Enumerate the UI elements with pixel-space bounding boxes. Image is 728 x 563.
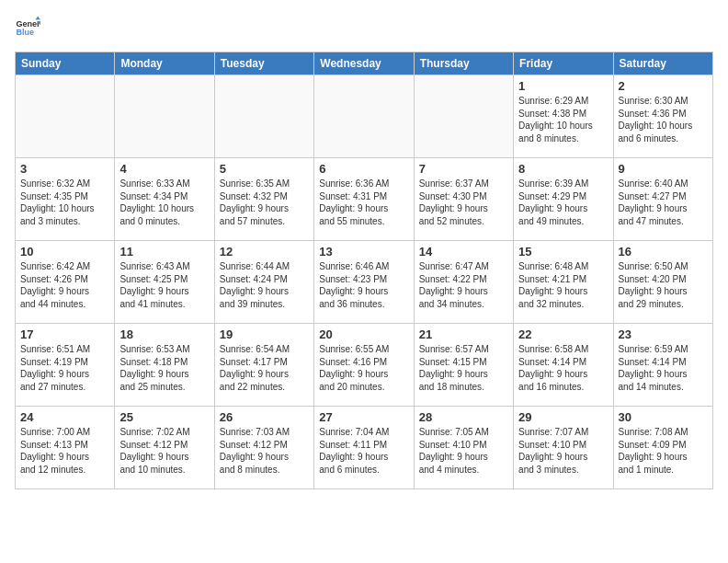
calendar-cell: 1Sunrise: 6:29 AM Sunset: 4:38 PM Daylig… (514, 75, 613, 158)
calendar-cell: 24Sunrise: 7:00 AM Sunset: 4:13 PM Dayli… (16, 407, 115, 489)
day-number: 25 (119, 410, 209, 424)
calendar-cell: 21Sunrise: 6:57 AM Sunset: 4:15 PM Dayli… (414, 324, 513, 407)
day-number: 3 (20, 162, 109, 176)
col-header-monday: Monday (115, 52, 214, 75)
day-info: Sunrise: 6:32 AM Sunset: 4:35 PM Dayligh… (20, 178, 109, 227)
calendar-cell: 28Sunrise: 7:05 AM Sunset: 4:10 PM Dayli… (414, 407, 513, 489)
calendar-cell: 8Sunrise: 6:39 AM Sunset: 4:29 PM Daylig… (514, 158, 613, 241)
calendar-cell: 15Sunrise: 6:48 AM Sunset: 4:21 PM Dayli… (514, 241, 613, 324)
day-number: 29 (518, 410, 608, 424)
calendar-cell: 29Sunrise: 7:07 AM Sunset: 4:10 PM Dayli… (514, 407, 613, 489)
calendar-cell: 19Sunrise: 6:54 AM Sunset: 4:17 PM Dayli… (214, 324, 313, 407)
day-number: 8 (518, 162, 608, 176)
day-info: Sunrise: 6:40 AM Sunset: 4:27 PM Dayligh… (619, 178, 708, 227)
day-info: Sunrise: 6:43 AM Sunset: 4:25 PM Dayligh… (119, 260, 209, 310)
day-number: 23 (619, 327, 708, 341)
logo: General Blue (15, 15, 44, 40)
day-info: Sunrise: 7:05 AM Sunset: 4:10 PM Dayligh… (419, 426, 508, 476)
calendar-cell (414, 75, 513, 158)
day-info: Sunrise: 7:07 AM Sunset: 4:10 PM Dayligh… (518, 426, 608, 476)
day-info: Sunrise: 6:37 AM Sunset: 4:30 PM Dayligh… (419, 178, 508, 227)
day-info: Sunrise: 6:50 AM Sunset: 4:20 PM Dayligh… (619, 260, 708, 310)
calendar-cell: 30Sunrise: 7:08 AM Sunset: 4:09 PM Dayli… (613, 407, 712, 489)
calendar-cell: 22Sunrise: 6:58 AM Sunset: 4:14 PM Dayli… (514, 324, 613, 407)
calendar-cell: 2Sunrise: 6:30 AM Sunset: 4:36 PM Daylig… (613, 75, 712, 158)
day-info: Sunrise: 6:58 AM Sunset: 4:14 PM Dayligh… (518, 343, 608, 393)
calendar-cell: 4Sunrise: 6:33 AM Sunset: 4:34 PM Daylig… (115, 158, 214, 241)
calendar-cell: 12Sunrise: 6:44 AM Sunset: 4:24 PM Dayli… (214, 241, 313, 324)
calendar-cell: 26Sunrise: 7:03 AM Sunset: 4:12 PM Dayli… (214, 407, 313, 489)
calendar-cell: 14Sunrise: 6:47 AM Sunset: 4:22 PM Dayli… (414, 241, 513, 324)
calendar-cell: 13Sunrise: 6:46 AM Sunset: 4:23 PM Dayli… (314, 241, 414, 324)
day-info: Sunrise: 6:29 AM Sunset: 4:38 PM Dayligh… (518, 95, 608, 144)
col-header-saturday: Saturday (613, 52, 712, 75)
calendar-cell: 11Sunrise: 6:43 AM Sunset: 4:25 PM Dayli… (115, 241, 214, 324)
calendar-cell (314, 75, 414, 158)
day-number: 18 (119, 327, 209, 341)
day-info: Sunrise: 6:57 AM Sunset: 4:15 PM Dayligh… (419, 343, 508, 393)
logo-icon: General Blue (15, 15, 40, 40)
day-number: 16 (619, 245, 708, 259)
day-number: 22 (518, 327, 608, 341)
calendar-cell: 20Sunrise: 6:55 AM Sunset: 4:16 PM Dayli… (314, 324, 414, 407)
day-info: Sunrise: 6:54 AM Sunset: 4:17 PM Dayligh… (220, 343, 309, 393)
day-info: Sunrise: 6:48 AM Sunset: 4:21 PM Dayligh… (518, 260, 608, 310)
calendar-week-2: 3Sunrise: 6:32 AM Sunset: 4:35 PM Daylig… (16, 158, 713, 241)
day-number: 11 (119, 245, 209, 259)
day-number: 6 (319, 162, 408, 176)
col-header-tuesday: Tuesday (214, 52, 313, 75)
day-number: 9 (619, 162, 708, 176)
day-number: 30 (619, 410, 708, 424)
col-header-wednesday: Wednesday (314, 52, 414, 75)
calendar-cell (115, 75, 214, 158)
day-number: 15 (518, 245, 608, 259)
svg-text:General: General (16, 19, 40, 29)
day-number: 21 (419, 327, 508, 341)
col-header-sunday: Sunday (16, 52, 115, 75)
day-info: Sunrise: 6:39 AM Sunset: 4:29 PM Dayligh… (518, 178, 608, 227)
calendar-cell (214, 75, 313, 158)
day-number: 26 (220, 410, 309, 424)
col-header-thursday: Thursday (414, 52, 513, 75)
day-number: 2 (619, 79, 708, 93)
day-info: Sunrise: 6:42 AM Sunset: 4:26 PM Dayligh… (20, 260, 109, 310)
svg-text:Blue: Blue (16, 28, 34, 37)
day-number: 24 (20, 410, 109, 424)
day-number: 12 (220, 245, 309, 259)
day-info: Sunrise: 6:44 AM Sunset: 4:24 PM Dayligh… (220, 260, 309, 310)
calendar-cell: 9Sunrise: 6:40 AM Sunset: 4:27 PM Daylig… (613, 158, 712, 241)
calendar-cell: 10Sunrise: 6:42 AM Sunset: 4:26 PM Dayli… (16, 241, 115, 324)
day-number: 13 (319, 245, 408, 259)
day-number: 14 (419, 245, 508, 259)
day-info: Sunrise: 6:53 AM Sunset: 4:18 PM Dayligh… (119, 343, 209, 393)
calendar-week-3: 10Sunrise: 6:42 AM Sunset: 4:26 PM Dayli… (16, 241, 713, 324)
day-info: Sunrise: 6:36 AM Sunset: 4:31 PM Dayligh… (319, 178, 408, 227)
day-number: 17 (20, 327, 109, 341)
day-number: 10 (20, 245, 109, 259)
calendar-cell: 5Sunrise: 6:35 AM Sunset: 4:32 PM Daylig… (214, 158, 313, 241)
calendar-week-5: 24Sunrise: 7:00 AM Sunset: 4:13 PM Dayli… (16, 407, 713, 489)
col-header-friday: Friday (514, 52, 613, 75)
calendar-cell: 6Sunrise: 6:36 AM Sunset: 4:31 PM Daylig… (314, 158, 414, 241)
calendar-cell: 3Sunrise: 6:32 AM Sunset: 4:35 PM Daylig… (16, 158, 115, 241)
calendar-header-row: SundayMondayTuesdayWednesdayThursdayFrid… (16, 52, 713, 75)
calendar-week-1: 1Sunrise: 6:29 AM Sunset: 4:38 PM Daylig… (16, 75, 713, 158)
day-info: Sunrise: 6:55 AM Sunset: 4:16 PM Dayligh… (319, 343, 408, 393)
calendar-table: SundayMondayTuesdayWednesdayThursdayFrid… (15, 52, 713, 489)
day-number: 19 (220, 327, 309, 341)
day-number: 28 (419, 410, 508, 424)
day-info: Sunrise: 7:08 AM Sunset: 4:09 PM Dayligh… (619, 426, 708, 476)
day-info: Sunrise: 6:35 AM Sunset: 4:32 PM Dayligh… (220, 178, 309, 227)
page-header: General Blue (15, 15, 713, 40)
calendar-week-4: 17Sunrise: 6:51 AM Sunset: 4:19 PM Dayli… (16, 324, 713, 407)
day-info: Sunrise: 6:46 AM Sunset: 4:23 PM Dayligh… (319, 260, 408, 310)
calendar-cell (16, 75, 115, 158)
day-number: 27 (319, 410, 408, 424)
day-info: Sunrise: 7:00 AM Sunset: 4:13 PM Dayligh… (20, 426, 109, 476)
day-number: 4 (119, 162, 209, 176)
calendar-cell: 17Sunrise: 6:51 AM Sunset: 4:19 PM Dayli… (16, 324, 115, 407)
day-number: 20 (319, 327, 408, 341)
calendar-cell: 16Sunrise: 6:50 AM Sunset: 4:20 PM Dayli… (613, 241, 712, 324)
svg-marker-2 (35, 16, 40, 19)
day-number: 5 (220, 162, 309, 176)
